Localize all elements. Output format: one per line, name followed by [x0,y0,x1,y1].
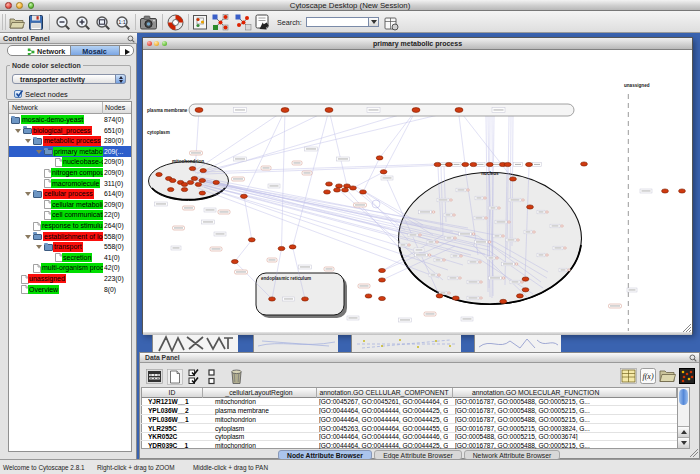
svg-text:endoplasmic reticulum: endoplasmic reticulum [261,276,311,281]
svg-text:plasma membrane: plasma membrane [147,108,188,113]
svg-text:f(x): f(x) [642,372,653,381]
svg-text:unassigned: unassigned [624,83,650,88]
svg-text:1:1: 1:1 [118,19,126,25]
svg-text:nucleus: nucleus [481,171,499,176]
svg-text:mitochondrion: mitochondrion [172,159,204,164]
svg-text:cytoplasm: cytoplasm [147,130,170,135]
